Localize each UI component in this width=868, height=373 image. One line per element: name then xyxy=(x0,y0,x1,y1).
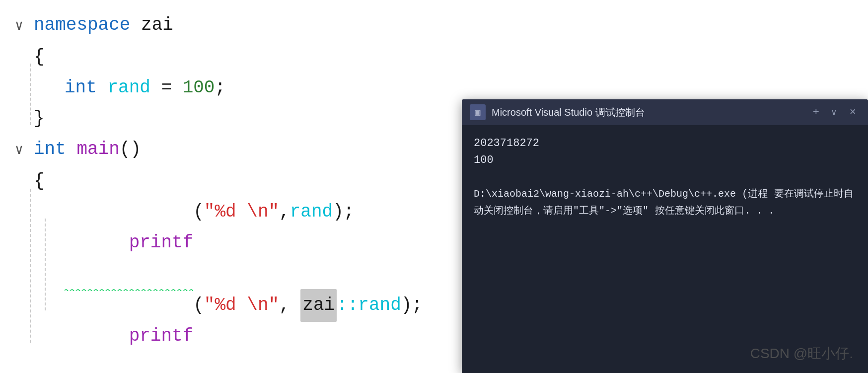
identifier-zai-qualified: zai xyxy=(300,289,337,322)
code-line-printf2: printf ( "%d \n" , zai :: rand ); xyxy=(0,289,457,373)
brace-open-2: { xyxy=(34,166,45,197)
fold-arrow-main[interactable]: ∨ xyxy=(15,135,30,166)
fold-arrow-namespace[interactable]: ∨ xyxy=(15,11,30,42)
console-panel: ▣ Microsoft Visual Studio 调试控制台 + ∨ × 20… xyxy=(462,99,868,373)
brace-open-1: { xyxy=(34,42,45,73)
guide-line-namespace xyxy=(30,64,31,125)
console-output-path: D:\xiaobai2\wang-xiaozi-ah\c++\Debug\c++… xyxy=(474,188,768,200)
console-title: Microsoft Visual Studio 调试控制台 xyxy=(492,106,804,119)
console-plus-button[interactable]: + xyxy=(810,104,822,121)
punct-parens: () xyxy=(120,134,141,165)
punct-equals: = xyxy=(150,73,183,103)
console-output-prompt: 按任意键关闭此窗口. . . xyxy=(655,205,774,217)
number-100: 100 xyxy=(183,73,215,103)
console-close-button[interactable]: × xyxy=(846,104,860,121)
console-app-icon: ▣ xyxy=(470,104,486,120)
code-line-brace1-open: { xyxy=(0,42,457,73)
code-line-brace2-open: { xyxy=(0,166,457,197)
code-line-brace1-close: } xyxy=(0,103,457,134)
console-output-2: 100 xyxy=(474,152,856,169)
code-line-int-main: ∨ int main () xyxy=(0,134,457,166)
code-editor: ∨ namespace zai { int rand = 100 ; } ∨ i… xyxy=(0,0,457,373)
identifier-zai-namespace: zai xyxy=(141,10,173,41)
code-line-namespace: ∨ namespace zai xyxy=(0,10,457,42)
keyword-int-main: int xyxy=(34,134,66,165)
code-line-printf1: printf ( "%d \n" , rand ); xyxy=(0,197,457,289)
code-line-int-rand: int rand = 100 ; xyxy=(0,73,457,103)
keyword-namespace: namespace xyxy=(34,10,130,41)
watermark: CSDN @旺小仔. xyxy=(750,344,853,363)
fn-main: main xyxy=(76,134,119,165)
punct-semi-1: ; xyxy=(215,73,225,103)
brace-close-1: } xyxy=(34,103,45,134)
console-titlebar: ▣ Microsoft Visual Studio 调试控制台 + ∨ × xyxy=(462,99,868,125)
console-body: 2023718272 100 D:\xiaobai2\wang-xiaozi-a… xyxy=(462,125,868,373)
identifier-rand: rand xyxy=(107,73,150,103)
fn-printf-2: printf xyxy=(65,290,193,373)
console-chevron-button[interactable]: ∨ xyxy=(828,105,840,120)
console-output-1: 2023718272 xyxy=(474,135,856,152)
keyword-int-rand: int xyxy=(65,73,97,103)
fn-printf-1: printf xyxy=(65,197,193,289)
